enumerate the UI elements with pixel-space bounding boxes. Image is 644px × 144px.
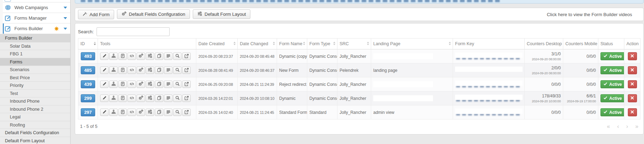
col-header-date-created[interactable]: Date Created [196, 39, 238, 49]
delete-form-button[interactable] [628, 94, 637, 102]
tool-document-button[interactable] [118, 95, 127, 102]
form-id-button[interactable]: 297 [81, 108, 96, 116]
tool-magnifier-button[interactable] [173, 109, 182, 116]
sidebar-subitem-test[interactable]: Test [0, 90, 70, 98]
pagination-last-button[interactable]: » [635, 123, 638, 129]
tool-gears-button[interactable] [137, 81, 145, 88]
tool-sliders-button[interactable] [146, 81, 154, 88]
tool-magnifier-button[interactable] [173, 95, 182, 102]
col-header-date-changed[interactable]: Date Changed [238, 39, 277, 49]
tool-gears-button[interactable] [137, 95, 145, 102]
tool-pencil-button[interactable] [100, 67, 109, 74]
tool-code-button[interactable] [127, 81, 136, 88]
tool-pencil-button[interactable] [100, 81, 109, 88]
tool-code-button[interactable] [127, 67, 136, 74]
tool-sitemap-button[interactable] [109, 109, 118, 116]
tool-external-link-button[interactable] [182, 81, 191, 88]
sidebar-subitem-legal[interactable]: Legal [0, 113, 70, 121]
tool-copy-button[interactable] [155, 67, 163, 74]
col-header-landing-page[interactable]: Landing Page [371, 39, 453, 49]
tool-gears-button[interactable] [137, 53, 145, 60]
sidebar-subitem-inbound-phone[interactable]: Inbound Phone [0, 97, 70, 105]
sidebar-item-web-campaigns[interactable]: Web Campaigns [3, 2, 70, 13]
tool-magnifier-button[interactable] [173, 81, 182, 88]
sidebar-subitem-best-price[interactable]: Best Price [0, 74, 70, 82]
tool-magnifier-button[interactable] [173, 67, 182, 74]
tool-sitemap-button[interactable] [109, 81, 118, 88]
delete-form-button[interactable] [628, 52, 637, 60]
status-badge[interactable]: Active [600, 108, 624, 116]
tool-lines-button[interactable] [164, 81, 172, 88]
tool-copy-button[interactable] [155, 81, 163, 88]
tool-pencil-button[interactable] [100, 95, 109, 102]
tool-copy-button[interactable] [155, 109, 163, 116]
tool-document-button[interactable] [118, 109, 127, 116]
pagination-first-button[interactable]: « [607, 123, 610, 129]
add-form-button[interactable]: Add Form [78, 10, 114, 19]
status-badge[interactable]: Active [600, 66, 624, 74]
sidebar-item-forms-builder[interactable]: Forms Builder [3, 23, 70, 34]
delete-form-button[interactable] [628, 108, 637, 116]
col-header-form-name[interactable]: Form Name [277, 39, 307, 49]
tool-code-button[interactable] [127, 95, 136, 102]
form-id-button[interactable]: 439 [81, 80, 96, 88]
sidebar-subitem-solar-data[interactable]: Solar Data [0, 42, 70, 50]
tool-document-button[interactable] [118, 81, 127, 88]
tool-sliders-button[interactable] [146, 95, 154, 102]
tool-lines-button[interactable] [164, 95, 172, 102]
col-header-form-type[interactable]: Form Type [307, 39, 337, 49]
status-badge[interactable]: Active [600, 94, 624, 102]
tool-lines-button[interactable] [164, 67, 172, 74]
sidebar-subitem-fbg-1[interactable]: FBG 1 [0, 50, 70, 58]
sidebar-subitem-forms[interactable]: Forms [0, 58, 70, 66]
sidebar-subitem-inbound-phone-2[interactable]: Inbound Phone 2 [0, 105, 70, 114]
tool-gears-button[interactable] [137, 67, 145, 74]
pagination-prev-button[interactable]: ‹ [617, 123, 619, 129]
sidebar-subitem-priority[interactable]: Priority [0, 82, 70, 90]
tool-sitemap-button[interactable] [109, 53, 118, 60]
tool-copy-button[interactable] [155, 53, 163, 60]
tool-external-link-button[interactable] [182, 109, 191, 116]
tool-external-link-button[interactable] [182, 95, 191, 102]
tool-external-link-button[interactable] [182, 67, 191, 74]
tool-gears-button[interactable] [137, 109, 145, 116]
sidebar-subitem-scenarios[interactable]: Scenarios [0, 66, 70, 74]
form-id-button[interactable]: 299 [81, 94, 96, 102]
col-header-id[interactable]: ID [78, 39, 98, 49]
tool-sitemap-button[interactable] [109, 67, 118, 74]
sidebar-subitem-default-form-layout[interactable]: Default Form Layout [0, 137, 70, 144]
default-fields-configuration-button[interactable]: Default Fields Configuration [117, 9, 190, 19]
tool-sliders-button[interactable] [146, 53, 154, 60]
status-badge[interactable]: Active [600, 80, 624, 88]
tool-pencil-button[interactable] [100, 109, 109, 116]
tool-sliders-button[interactable] [146, 109, 154, 116]
delete-form-button[interactable] [628, 66, 637, 74]
tool-lines-button[interactable] [164, 109, 172, 116]
sidebar-subitem-roofing[interactable]: Roofing [0, 121, 70, 129]
form-id-button[interactable]: 485 [81, 66, 96, 74]
form-id-button[interactable]: 493 [81, 52, 96, 60]
tool-code-button[interactable] [127, 109, 136, 116]
sidebar-subitem-forms-builder[interactable]: Forms Builder [0, 34, 70, 42]
delete-form-button[interactable] [628, 80, 637, 88]
tool-copy-button[interactable] [155, 95, 163, 102]
sidebar-subitem-default-fields-configuration[interactable]: Default Fields Configuration [0, 129, 70, 137]
status-badge[interactable]: Active [600, 52, 624, 60]
tool-pencil-button[interactable] [100, 53, 109, 60]
tool-document-button[interactable] [118, 53, 127, 60]
search-input[interactable] [97, 27, 170, 36]
sort-down-icon [333, 44, 335, 45]
default-form-layout-button[interactable]: Default Form Layout [193, 9, 251, 19]
tool-code-button[interactable] [127, 53, 136, 60]
tool-external-link-button[interactable] [182, 53, 191, 60]
tool-sliders-button[interactable] [146, 67, 154, 74]
tool-lines-button[interactable] [164, 53, 172, 60]
tool-document-button[interactable] [118, 67, 127, 74]
sidebar-item-forms-manager[interactable]: Forms Manager [3, 13, 70, 23]
notice-bar [75, 0, 644, 4]
form-builder-videos-link[interactable]: Click here to view the Form Builder vide… [547, 12, 632, 17]
col-header-src[interactable]: SRC [337, 39, 371, 49]
tool-magnifier-button[interactable] [173, 53, 182, 60]
tool-sitemap-button[interactable] [109, 95, 118, 102]
pagination-next-button[interactable]: › [626, 123, 628, 129]
